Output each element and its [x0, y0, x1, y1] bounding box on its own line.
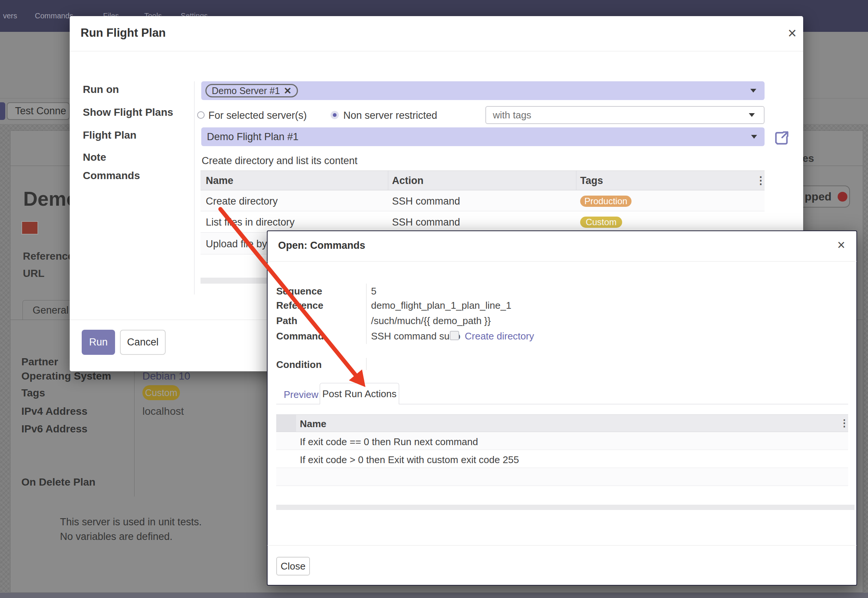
with-tags-select[interactable]: with tags — [485, 106, 765, 124]
commands-modal-title: Open: Commands — [278, 240, 365, 251]
screen: vers Commands Files Tools Settings Test … — [0, 0, 868, 598]
tab-post-run-actions-label: Post Run Actions — [322, 388, 397, 400]
close-button-label: Close — [281, 561, 305, 572]
row3-name[interactable]: Upload file by — [206, 238, 267, 250]
actions-table-corner — [276, 414, 296, 432]
radio-dot-icon — [333, 113, 337, 117]
actions-col-name[interactable]: Name — [300, 418, 326, 430]
cancel-button[interactable]: Cancel — [120, 330, 166, 355]
tab-general-label: General — [33, 305, 69, 316]
label-url: URL — [23, 268, 45, 280]
label-partner: Partner — [21, 356, 58, 368]
value-reference: demo_flight_plan_1_plan_line_1 — [371, 300, 511, 311]
field-divider — [366, 358, 367, 370]
color-swatch[interactable] — [21, 221, 38, 235]
commands-modal-close-icon[interactable]: × — [837, 238, 845, 252]
label-note: Note — [83, 151, 106, 163]
value-path: /such/much/{{ demo_path }} — [371, 315, 491, 327]
tag-label: Custom — [586, 217, 617, 227]
row2-tag-badge: Custom — [580, 217, 622, 228]
flight-plan-caret-icon[interactable] — [751, 135, 757, 139]
bottom-band — [0, 593, 868, 598]
col-name[interactable]: Name — [206, 175, 233, 187]
row1-name[interactable]: Create directory — [206, 196, 278, 207]
remove-tag-icon[interactable]: ✕ — [284, 85, 292, 96]
tag-label: Production — [584, 196, 627, 206]
test-connection-button[interactable]: Test Conne — [7, 102, 70, 120]
run-on-tag-label: Demo Server #1 — [212, 85, 280, 96]
value-tags-badge: Custom — [142, 385, 180, 400]
note-line-2: No variables are defined. — [60, 531, 172, 543]
open-commands-modal — [267, 230, 857, 586]
table-options-icon[interactable]: ⋮ — [756, 175, 766, 186]
col-tags[interactable]: Tags — [580, 175, 603, 187]
label-condition: Condition — [276, 359, 322, 371]
col-action[interactable]: Action — [392, 175, 424, 187]
radio-selected-servers[interactable] — [197, 111, 205, 119]
radio-selected-servers-label: For selected server(s) — [208, 110, 307, 121]
value-command: SSH command sudo — [371, 330, 460, 342]
flight-plan-select[interactable]: Demo Flight Plan #1 — [201, 127, 765, 146]
label-command: Command — [276, 330, 324, 342]
actions-table-options-icon[interactable]: ⋮ — [840, 418, 849, 428]
label-reference: Reference — [23, 250, 73, 262]
clipped-text-fragment: ····· ······· — [562, 586, 617, 589]
with-tags-caret-icon[interactable] — [749, 113, 755, 117]
smart-button-fragment[interactable]: es — [802, 152, 814, 164]
field-divider — [366, 284, 367, 344]
actions-table-header — [296, 414, 848, 432]
label-path: Path — [276, 315, 297, 327]
menu-servers[interactable]: vers — [3, 0, 17, 32]
tag-label: Custom — [145, 387, 177, 398]
run-on-caret-icon[interactable] — [750, 89, 756, 93]
actions-row-empty — [276, 468, 848, 486]
value-os[interactable]: Debian 10 — [142, 370, 190, 382]
flight-plan-value: Demo Flight Plan #1 — [207, 131, 299, 143]
divider — [70, 51, 803, 51]
run-on-tag-pill[interactable]: Demo Server #1 ✕ — [205, 84, 298, 97]
row2-action: SSH command — [392, 217, 460, 228]
label-reference2: Reference — [276, 300, 323, 311]
test-connection-label: Test Conne — [15, 105, 66, 117]
command-link[interactable]: Create directory — [465, 330, 534, 342]
row2-name[interactable]: List files in directory — [206, 217, 295, 228]
status-dot-icon — [838, 192, 847, 202]
label-os: Operating System — [21, 370, 111, 382]
command-checkbox[interactable] — [450, 331, 459, 340]
table-row[interactable] — [201, 190, 765, 211]
row1-action: SSH command — [392, 196, 460, 207]
actions-table-scrollbar[interactable] — [276, 505, 855, 510]
value-sequence: 5 — [371, 286, 376, 297]
footer-divider2 — [267, 545, 857, 546]
radio-non-server-restricted-label: Non server restricted — [343, 110, 437, 121]
external-link-icon[interactable] — [773, 130, 790, 147]
label-show-flight-plans: Show Flight Plans — [83, 106, 173, 118]
divider — [267, 261, 857, 262]
run-button[interactable]: Run — [82, 330, 115, 355]
primary-button-fragment[interactable] — [0, 102, 5, 120]
row1-tag-badge: Production — [580, 196, 632, 207]
label-on-delete-plan: On Delete Plan — [21, 476, 96, 488]
col-divider — [388, 171, 388, 190]
close-button[interactable]: Close — [276, 557, 310, 576]
form-divider — [134, 356, 135, 496]
label-column-divider — [194, 81, 195, 295]
actions-row1-name[interactable]: If exit code == 0 then Run next command — [300, 436, 478, 448]
label-commands: Commands — [83, 170, 140, 182]
value-ipv4: localhost — [142, 405, 184, 417]
cancel-button-label: Cancel — [127, 336, 159, 348]
tab-preview[interactable]: Preview — [284, 389, 318, 401]
run-modal-title: Run Flight Plan — [81, 26, 166, 40]
label-ipv6: IPv6 Address — [21, 423, 87, 435]
commands-table-header — [201, 170, 765, 190]
label-run-on: Run on — [83, 84, 119, 96]
col-divider — [576, 171, 576, 190]
with-tags-value: with tags — [493, 109, 531, 121]
actions-row2-name[interactable]: If exit code > 0 then Exit with custom e… — [300, 454, 519, 466]
menu-commands[interactable]: Commands — [35, 0, 73, 32]
tab-post-run-actions[interactable]: Post Run Actions — [320, 383, 399, 404]
server-title: Demo — [23, 187, 70, 208]
label-ipv4: IPv4 Address — [21, 405, 87, 417]
run-modal-close-icon[interactable]: × — [788, 25, 796, 40]
status-label: pped — [805, 190, 832, 203]
